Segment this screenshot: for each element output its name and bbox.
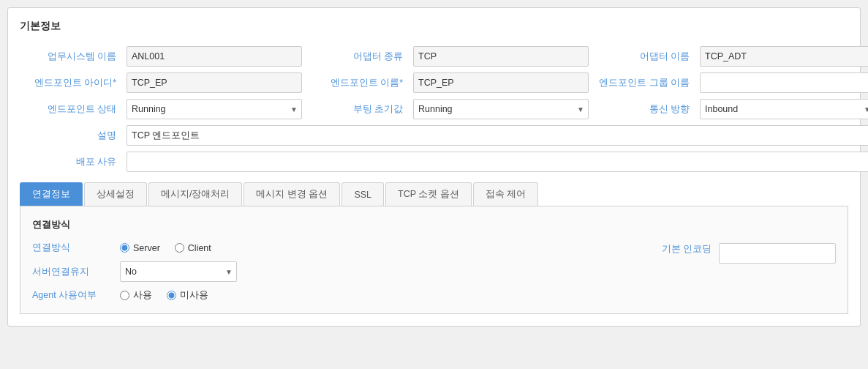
label-deploy-reason: 배포 사유 (20, 156, 122, 168)
select-wrapper-endpoint-status: Running Stopped Disabled ▼ (127, 99, 302, 119)
tab-detail[interactable]: 상세설정 (84, 182, 147, 206)
radio-client-label: Client (188, 243, 211, 253)
radio-server[interactable]: Server (120, 243, 160, 253)
radio-agent-nouse-input[interactable] (167, 291, 176, 300)
radio-group-agent: 사용 미사용 (120, 289, 237, 302)
label-endpoint-status: 엔드포인트 상태 (20, 103, 122, 116)
input-adapter-type[interactable] (413, 46, 589, 67)
sub-section-title-connection: 연결방식 (32, 218, 836, 231)
tab-tcp[interactable]: TCP 소켓 옵션 (385, 182, 472, 206)
tab-transform[interactable]: 메시지 변경 옵션 (244, 182, 340, 206)
tab-connection[interactable]: 연결정보 (20, 182, 83, 206)
radio-agent-use-input[interactable] (120, 291, 129, 300)
label-connection-method: 연결방식 (32, 242, 120, 254)
select-direction[interactable]: Inbound Outbound (700, 99, 868, 119)
right-fields: 기본 인코딩 (662, 242, 836, 302)
input-deploy-reason[interactable] (127, 152, 868, 172)
label-endpoint-id: 엔드포인트 아이디* (20, 77, 122, 89)
radio-server-input[interactable] (120, 243, 129, 253)
label-server-keep: 서버연결유지 (32, 266, 120, 278)
radio-agent-use-label: 사용 (133, 289, 152, 302)
tab-ssl[interactable]: SSL (341, 182, 384, 206)
tab-access[interactable]: 접속 제어 (473, 182, 538, 206)
input-business-system[interactable] (127, 46, 302, 67)
tab-message[interactable]: 메시지/장애처리 (148, 182, 242, 206)
input-endpoint-name[interactable] (413, 72, 589, 93)
label-encoding: 기본 인코딩 (662, 243, 712, 256)
label-endpoint-name: 엔드포인트 이름* (306, 77, 409, 89)
label-boot-initial: 부팅 초기값 (306, 103, 409, 116)
input-encoding[interactable] (719, 243, 836, 264)
select-wrapper-server-keep: No Yes ▼ (120, 261, 237, 282)
radio-client[interactable]: Client (175, 243, 211, 253)
label-adapter-name: 어댑터 이름 (593, 51, 695, 63)
select-boot-initial[interactable]: Running Stopped (413, 99, 589, 119)
input-endpoint-group[interactable] (700, 72, 868, 93)
label-direction: 통신 방향 (593, 103, 695, 116)
radio-agent-nouse-label: 미사용 (180, 289, 208, 302)
select-wrapper-direction: Inbound Outbound ▼ (700, 99, 868, 119)
label-endpoint-group: 엔드포인트 그룹 이름 (593, 77, 695, 89)
tabs-section: 연결정보 상세설정 메시지/장애처리 메시지 변경 옵션 SSL TCP 소켓 … (20, 182, 848, 206)
section-title: 기본정보 (20, 20, 848, 37)
tab-content-connection: 연결방식 연결방식 Server Client (20, 206, 848, 314)
input-adapter-name[interactable] (700, 46, 868, 67)
tabs-row: 연결정보 상세설정 메시지/장애처리 메시지 변경 옵션 SSL TCP 소켓 … (20, 182, 848, 206)
radio-client-input[interactable] (175, 243, 184, 253)
left-fields: 연결방식 Server Client 서버연결유지 (32, 242, 237, 302)
label-agent-usage: Agent 사용여부 (32, 289, 120, 302)
radio-server-label: Server (133, 243, 160, 253)
radio-agent-use[interactable]: 사용 (120, 289, 152, 302)
connection-content: 연결방식 Server Client 서버연결유지 (32, 242, 836, 302)
input-endpoint-id[interactable] (127, 72, 302, 93)
label-description: 설명 (20, 130, 122, 142)
label-adapter-type: 어댑터 종류 (306, 51, 409, 63)
input-description[interactable] (127, 125, 868, 146)
radio-agent-nouse[interactable]: 미사용 (167, 289, 208, 302)
select-server-keep[interactable]: No Yes (120, 261, 237, 282)
select-wrapper-boot-initial: Running Stopped ▼ (413, 99, 589, 119)
label-business-system: 업무시스템 이름 (20, 51, 122, 63)
select-endpoint-status[interactable]: Running Stopped Disabled (127, 99, 302, 119)
radio-group-connection: Server Client (120, 243, 237, 253)
